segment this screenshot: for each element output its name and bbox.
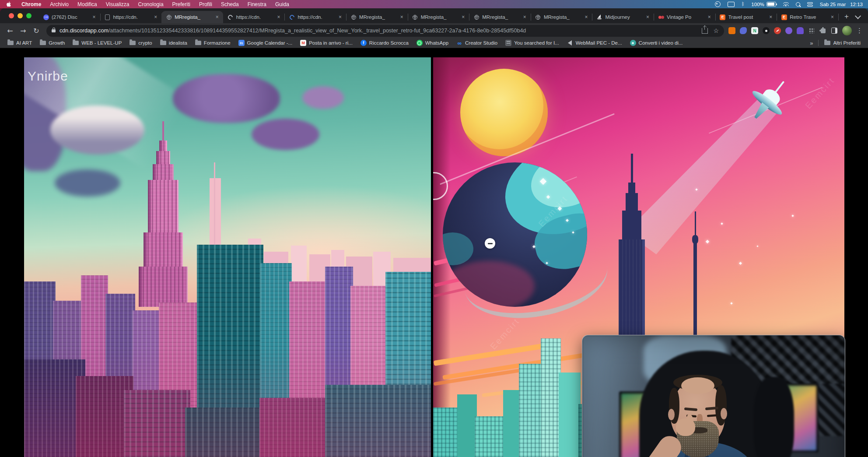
other-favorites-folder[interactable]: Altri Preferiti [820,38,864,48]
ext-indigo-icon[interactable] [740,27,747,34]
tab-mrregista-3[interactable]: MRregista_ × [408,11,469,23]
bookmark-google-calendar[interactable]: 31Google Calendar -... [234,38,297,48]
tab-close-button[interactable]: × [92,14,97,20]
bookmark-folder-web-level-up[interactable]: WEB - LEVEL-UP [69,38,126,48]
menu-item-preferiti[interactable]: Preferiti [168,1,195,7]
menu-item-profili[interactable]: Profili [195,1,217,7]
ext-violet-icon[interactable] [797,27,804,34]
ext-black-icon[interactable] [763,27,770,34]
ext-notion-icon[interactable]: N [751,27,758,34]
tab-mrregista-4[interactable]: MRregista_ × [469,11,531,23]
tab-close-button[interactable]: × [584,14,588,20]
battery-status[interactable]: 100% [751,1,776,7]
new-tab-button[interactable]: + [841,11,852,22]
tab-travel-posters[interactable]: E Travel post × [715,11,777,23]
record-icon[interactable] [715,1,721,7]
tab-midjourney[interactable]: Midjourney × [592,11,654,23]
spotlight-icon[interactable] [796,1,800,7]
tab-cdn-2[interactable]: https://cdn. × [223,11,285,23]
apps-grid-icon[interactable] [808,27,815,34]
bookmark-folder-crypto[interactable]: crypto [126,38,156,48]
bookmark-label: Google Calendar -... [247,40,293,46]
tab-close-button[interactable]: × [830,14,835,20]
menu-item-modifica[interactable]: Modifica [73,1,102,7]
page-icon [105,14,111,20]
tab-cdn-3[interactable]: https://cdn. × [284,11,346,23]
menu-item-archivio[interactable]: Archivio [46,1,73,7]
tab-close-button[interactable]: × [461,14,466,20]
bookmark-label: Creator Studio [465,40,497,46]
bookmark-facebook[interactable]: fRiccardo Scrocca [357,38,413,48]
bookmark-folder-growth[interactable]: Growth [36,38,69,48]
menu-item-chrome[interactable]: Chrome [17,1,46,7]
left-poster-image[interactable]: Ynirbe [24,57,431,457]
bookmark-converti-video[interactable]: Converti i video di... [626,38,687,48]
ext-purple-icon[interactable] [785,27,792,34]
tab-close-button[interactable]: × [399,14,404,20]
bookmarks-overflow-button[interactable]: » [806,40,816,46]
bookmark-gmail[interactable]: MPosta in arrivo - ri... [296,38,357,48]
facebook-icon: f [360,40,367,46]
tab-close-button[interactable]: × [338,14,343,20]
tab-close-button[interactable]: × [522,14,527,20]
tab-retro-travel[interactable]: E Retro Trave × [777,11,838,23]
tab-mrregista-2[interactable]: MRregista_ × [346,11,408,23]
menu-bar-clock[interactable]: 12:13 [850,2,863,7]
control-center-icon[interactable] [807,1,813,7]
bluetooth-icon[interactable]: ᛒ [742,1,745,7]
apple-icon [6,1,12,7]
tab-close-button[interactable]: × [768,14,773,20]
bookmark-label: WhatsApp [425,40,448,46]
tab-close-button[interactable]: × [645,14,650,20]
reload-button[interactable]: ↻ [31,25,42,36]
folder-icon [130,41,136,45]
teal-building [559,373,581,457]
tab-vintage-posters[interactable]: Vintage Po × [654,11,715,23]
apple-menu[interactable] [0,1,17,7]
globe-icon [535,14,541,20]
minimize-window-button[interactable] [18,13,23,18]
bookmark-star-icon[interactable]: ☆ [713,27,719,34]
tab-close-button[interactable]: × [215,14,220,20]
menu-bar-date[interactable]: Sab 25 mar [820,2,846,7]
bookmark-folder-formazione[interactable]: Formazione [191,38,234,48]
browser-menu-button[interactable]: ⋮ [856,27,863,35]
bookmark-folder-idealista[interactable]: idealista [156,38,191,48]
address-bar[interactable]: cdn.discordapp.com /attachments/10135123… [46,25,724,37]
display-icon[interactable] [728,1,735,7]
bookmark-folder-ai-art[interactable]: AI ART [4,38,36,48]
menu-item-guida[interactable]: Guida [271,1,294,7]
extensions-puzzle-icon[interactable] [819,27,826,34]
back-button[interactable]: ← [4,25,16,36]
bookmark-you-searched[interactable]: You searched for I... [501,38,563,48]
bookmark-label: Converti i video di... [639,40,683,46]
profile-avatar[interactable] [842,26,852,35]
tab-label: Vintage Po [667,14,704,20]
forward-button[interactable]: → [18,25,29,36]
close-window-button[interactable] [9,13,14,18]
tab-search-button[interactable] [852,11,864,22]
bookmark-webmail-pec[interactable]: WebMail PEC - De... [563,38,626,48]
tab-close-button[interactable]: × [707,14,712,20]
teal-building [433,408,459,457]
zoom-window-button[interactable] [26,13,32,18]
bookmark-creator-studio[interactable]: ∞Creator Studio [452,38,501,48]
menu-item-visualizza[interactable]: Visualizza [102,1,134,7]
sidebar-icon[interactable] [831,27,838,34]
tab-discord[interactable]: (2762) Disc × [38,11,100,23]
ext-red-icon[interactable] [774,27,781,34]
menu-item-scheda[interactable]: Scheda [217,1,243,7]
tab-mrregista-active[interactable]: MRregista_ × [161,11,223,23]
folder-icon [73,41,79,45]
tab-close-button[interactable]: × [153,14,158,20]
tab-close-button[interactable]: × [276,14,281,20]
tab-cdn-1[interactable]: https://cdn. × [100,11,162,23]
lock-icon[interactable] [52,29,56,32]
share-icon[interactable] [702,28,708,34]
menu-item-finestra[interactable]: Finestra [243,1,271,7]
wifi-icon[interactable] [783,1,789,7]
menu-item-cronologia[interactable]: Cronologia [134,1,168,7]
ext-orange-icon[interactable] [728,27,735,34]
tab-mrregista-5[interactable]: MRregista_ × [531,11,592,23]
bookmark-whatsapp[interactable]: WhatsApp [413,38,452,48]
